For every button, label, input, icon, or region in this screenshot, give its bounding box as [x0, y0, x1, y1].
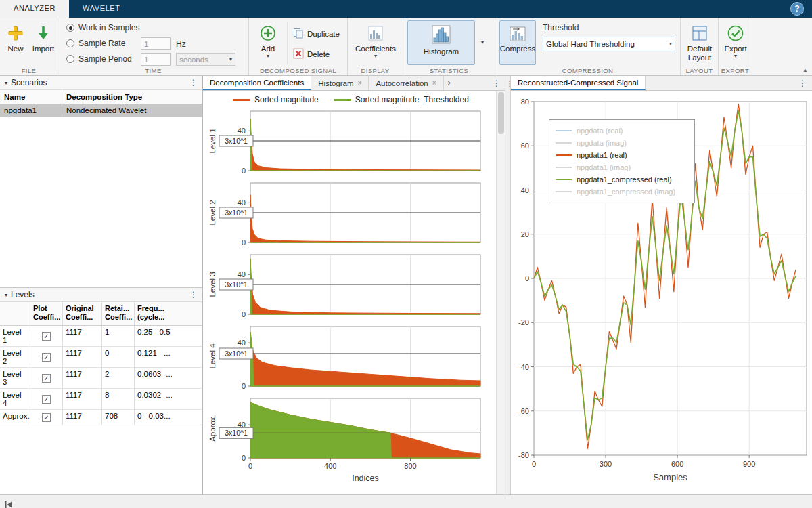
legend-swatch-icon: [556, 179, 572, 180]
coefficients-button[interactable]: Coefficients ▾: [351, 20, 400, 65]
scenarios-menu-icon[interactable]: ⋮: [189, 78, 198, 87]
radio-icon[interactable]: [66, 39, 74, 47]
plot-checkbox[interactable]: ✓: [42, 395, 51, 404]
tab-overflow-chevron-icon[interactable]: ›: [444, 76, 455, 90]
legend-item[interactable]: npgdata1_compressed (imag): [556, 186, 688, 198]
legend-item[interactable]: Sorted magnitude: [233, 95, 319, 104]
collapse-triangle-icon[interactable]: ▾: [5, 80, 7, 86]
signal-legend: npgdata (real)npgdata (imag)npgdata1 (re…: [549, 119, 695, 203]
legend-item[interactable]: npgdata1 (real): [556, 149, 688, 161]
histogram-dropdown-button[interactable]: ▾: [476, 20, 489, 65]
help-icon[interactable]: ?: [790, 2, 804, 16]
collapse-triangle-icon[interactable]: ▾: [5, 292, 7, 298]
add-button[interactable]: Add ▾: [253, 20, 283, 65]
duplicate-icon: [293, 28, 304, 40]
ylabel: Level 3: [208, 272, 217, 297]
export-button[interactable]: Export ▾: [720, 20, 751, 65]
xtick-label: 900: [743, 460, 755, 468]
delete-button[interactable]: Delete: [290, 46, 333, 62]
legend-item[interactable]: npgdata1_compressed (real): [556, 173, 688, 186]
levels-row-level-2[interactable]: Level 2✓111700.121 - ...: [0, 347, 202, 368]
xtick-label: 600: [671, 460, 683, 468]
levels-row-level-3[interactable]: Level 3✓111720.0603 -...: [0, 368, 202, 389]
legend-swatch-icon: [556, 191, 572, 192]
tab-decomposition-coefficients[interactable]: Decomposition Coefficients: [203, 76, 311, 90]
column-name[interactable]: Name: [0, 90, 62, 104]
ytick-label: 20: [521, 230, 529, 238]
coefficients-plot-svg[interactable]: 3x10^1040Level 13x10^1040Level 23x10^104…: [203, 108, 497, 494]
tab-wavelet[interactable]: WAVELET: [69, 0, 134, 18]
ytick-label: 40: [238, 270, 246, 278]
vertical-scrollbar[interactable]: [496, 91, 505, 494]
scenario-row-npgdata1[interactable]: npgdata1 Nondecimated Wavelet: [0, 104, 202, 117]
scenarios-panel: ▾ Scenarios ⋮ Name Decomposition Type np…: [0, 76, 202, 288]
sample-rate-input[interactable]: [141, 37, 171, 50]
status-bar: [0, 494, 812, 508]
level-name-cell: Level 4: [0, 389, 30, 410]
compress-icon: [509, 24, 526, 43]
compress-button[interactable]: Compress: [499, 20, 536, 65]
column-frequency[interactable]: Frequ... (cycle...: [135, 302, 202, 325]
duplicate-button[interactable]: Duplicate: [290, 26, 343, 42]
tab-analyzer[interactable]: ANALYZER: [0, 0, 69, 18]
levels-row-approx-[interactable]: Approx.✓11177080 - 0.03...: [0, 410, 202, 425]
threshold-label: Threshold: [543, 23, 579, 33]
tab-reconstructed-compressed-signal[interactable]: Reconstructed-Compressed Signal: [511, 76, 646, 90]
legend-swatch-icon: [556, 142, 572, 144]
original-coefficients-cell: 1117: [63, 347, 102, 368]
plot-checkbox[interactable]: ✓: [42, 413, 51, 422]
legend-item[interactable]: npgdata (real): [556, 125, 688, 137]
ytick-label: 0: [242, 310, 246, 318]
scrollbar-thumb[interactable]: [498, 92, 504, 134]
work-in-samples-radio[interactable]: Work in Samples: [66, 23, 139, 33]
legend-item[interactable]: npgdata (imag): [556, 137, 688, 149]
plot-checkbox[interactable]: ✓: [42, 374, 51, 383]
levels-row-level-4[interactable]: Level 4✓111780.0302 -...: [0, 389, 202, 410]
plot-checkbox[interactable]: ✓: [42, 332, 51, 341]
legend-item[interactable]: npgdata1 (imag): [556, 161, 688, 173]
column-decomposition-type[interactable]: Decomposition Type: [62, 90, 202, 104]
column-retained[interactable]: Retai... Coeffi...: [102, 302, 135, 325]
toolstrip-collapse-icon[interactable]: ▴: [803, 66, 807, 73]
legend-item[interactable]: Sorted magnitude_Thresholded: [334, 95, 469, 104]
section-label-statistics: STATISTICS: [403, 67, 495, 75]
toolstrip-tabbar: ANALYZER WAVELET ?: [0, 0, 812, 18]
sample-period-radio[interactable]: Sample Period: [66, 54, 132, 64]
levels-row-level-1[interactable]: Level 1✓111710.25 - 0.5: [0, 326, 202, 347]
work-in-samples-label: Work in Samples: [78, 23, 139, 33]
legend-swatch-icon: [556, 154, 572, 156]
tab-autocorrelation[interactable]: Autocorrelation ×: [369, 76, 443, 90]
legend-swatch-icon: [233, 99, 250, 101]
legend-label: npgdata1 (real): [577, 151, 627, 159]
threshold-method-dropdown[interactable]: Global Hard Thresholding ▾: [543, 37, 675, 51]
period-unit-dropdown[interactable]: seconds ▾: [176, 53, 235, 66]
histogram-button[interactable]: Histogram: [407, 20, 475, 65]
mid-panel-menu-icon[interactable]: ⋮: [493, 76, 505, 90]
plot-checkbox[interactable]: ✓: [42, 353, 51, 362]
tab-histogram[interactable]: Histogram ×: [311, 76, 369, 90]
retained-coefficients-cell: 2: [102, 368, 135, 389]
main-area: ▾ Scenarios ⋮ Name Decomposition Type np…: [0, 76, 812, 494]
import-button[interactable]: Import: [30, 20, 57, 62]
sample-period-input[interactable]: [141, 53, 171, 66]
right-panel-menu-icon[interactable]: ⋮: [798, 76, 812, 90]
threshold-label: 3x10^1: [225, 280, 248, 289]
section-label-display: DISPLAY: [348, 67, 403, 75]
ytick-label: -80: [518, 451, 529, 459]
sample-rate-radio[interactable]: Sample Rate: [66, 39, 125, 48]
close-icon[interactable]: ×: [432, 79, 436, 87]
column-original[interactable]: Original Coeffi...: [63, 302, 102, 325]
close-icon[interactable]: ×: [358, 79, 362, 87]
radio-icon[interactable]: [66, 24, 74, 32]
legend-label: npgdata1_compressed (imag): [577, 188, 675, 196]
levels-menu-icon[interactable]: ⋮: [189, 290, 198, 299]
default-layout-button[interactable]: Default Layout: [682, 20, 717, 65]
collapse-panel-icon[interactable]: [5, 499, 13, 508]
frequency-cell: 0.121 - ...: [135, 347, 202, 368]
new-button[interactable]: New: [3, 20, 28, 62]
column-plot[interactable]: Plot Coeffi...: [30, 302, 63, 325]
legend-swatch-icon: [334, 99, 351, 101]
default-layout-icon: [691, 24, 708, 43]
panel-divider[interactable]: ⋮: [505, 76, 511, 494]
radio-icon[interactable]: [66, 55, 74, 63]
